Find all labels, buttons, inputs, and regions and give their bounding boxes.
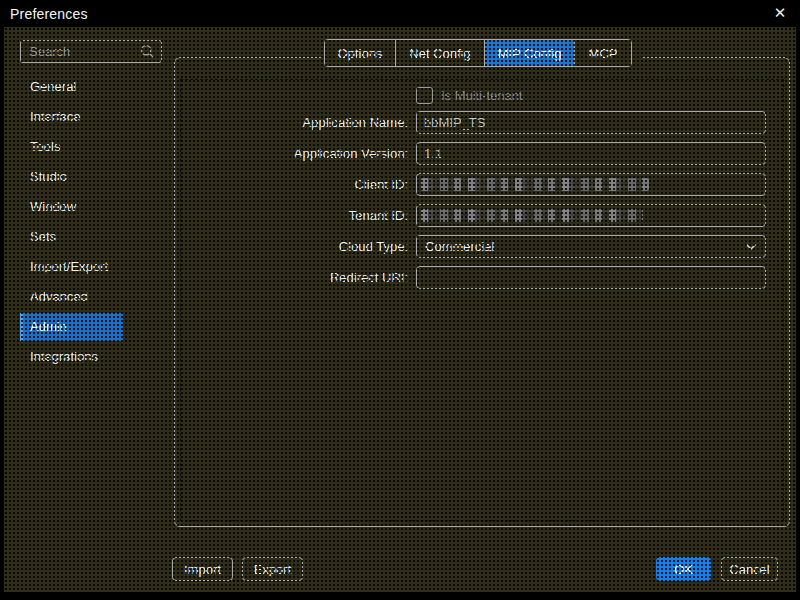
redirect-uri-label: Redirect URI:: [180, 266, 408, 289]
close-icon[interactable]: ✕: [768, 2, 792, 24]
sidebar-item-studio[interactable]: Studio: [4, 162, 169, 192]
search-input[interactable]: [21, 44, 140, 59]
multi-tenant-label: Is Multi-tenant: [441, 88, 523, 103]
application-version-label: Application Version:: [180, 142, 408, 165]
redirect-uri-field[interactable]: [416, 266, 766, 289]
application-name-row: Application Name:: [180, 111, 776, 134]
application-name-field[interactable]: [416, 111, 766, 134]
sidebar-item-window[interactable]: Window: [4, 192, 169, 222]
search-box: [20, 40, 162, 63]
client-id-field[interactable]: [416, 173, 766, 196]
multi-tenant-row: Is Multi-tenant: [416, 86, 523, 104]
ok-button[interactable]: OK: [656, 557, 711, 581]
tab-options[interactable]: Options: [325, 40, 396, 66]
dialog-body: General Interface Tools Studio Window Se…: [4, 27, 796, 592]
cloud-type-value: Commercial: [417, 239, 745, 254]
cloud-type-row: Cloud Type: Commercial: [180, 235, 776, 258]
client-id-redacted-value: [421, 178, 649, 191]
tenant-id-field[interactable]: [416, 204, 766, 227]
tab-strip: Options Net Config MIP Config MCP: [324, 39, 632, 67]
import-button[interactable]: Import: [172, 557, 233, 581]
tenant-id-label: Tenant ID:: [180, 204, 408, 227]
tenant-id-row: Tenant ID:: [180, 204, 776, 227]
tenant-id-redacted-value: [421, 209, 643, 222]
titlebar: Preferences ✕: [0, 0, 800, 27]
sidebar-item-advanced[interactable]: Advanced: [4, 282, 169, 312]
application-version-row: Application Version:: [180, 142, 776, 165]
sidebar-item-sets[interactable]: Sets: [4, 222, 169, 252]
sidebar-item-admin[interactable]: Admin: [20, 313, 123, 341]
sidebar-nav: General Interface Tools Studio Window Se…: [4, 72, 169, 372]
search-icon: [140, 44, 155, 59]
cancel-button[interactable]: Cancel: [721, 557, 778, 581]
sidebar-item-label: Admin: [30, 319, 67, 334]
cloud-type-select[interactable]: Commercial: [416, 235, 766, 258]
window-title: Preferences: [0, 6, 88, 22]
client-id-row: Client ID:: [180, 173, 776, 196]
client-id-label: Client ID:: [180, 173, 408, 196]
application-version-field[interactable]: [416, 142, 766, 165]
sidebar-item-integrations[interactable]: Integrations: [4, 342, 169, 372]
redirect-uri-row: Redirect URI:: [180, 266, 776, 289]
cloud-type-label: Cloud Type:: [180, 235, 408, 258]
sidebar-item-import-export[interactable]: Import/Export: [4, 252, 169, 282]
multi-tenant-checkbox[interactable]: [416, 87, 433, 104]
export-button[interactable]: Export: [242, 557, 303, 581]
sidebar-item-interface[interactable]: Interface: [4, 102, 169, 132]
application-name-label: Application Name:: [180, 111, 408, 134]
preferences-dialog: Preferences ✕ General Interface Tools St…: [0, 0, 800, 600]
sidebar-item-tools[interactable]: Tools: [4, 132, 169, 162]
tab-mip-config[interactable]: MIP Config: [485, 40, 575, 66]
chevron-down-icon: [745, 243, 757, 251]
tab-mcp[interactable]: MCP: [575, 40, 631, 66]
tab-net-config[interactable]: Net Config: [396, 40, 485, 66]
sidebar-item-general[interactable]: General: [4, 72, 169, 102]
selection-stripe: [20, 313, 23, 341]
